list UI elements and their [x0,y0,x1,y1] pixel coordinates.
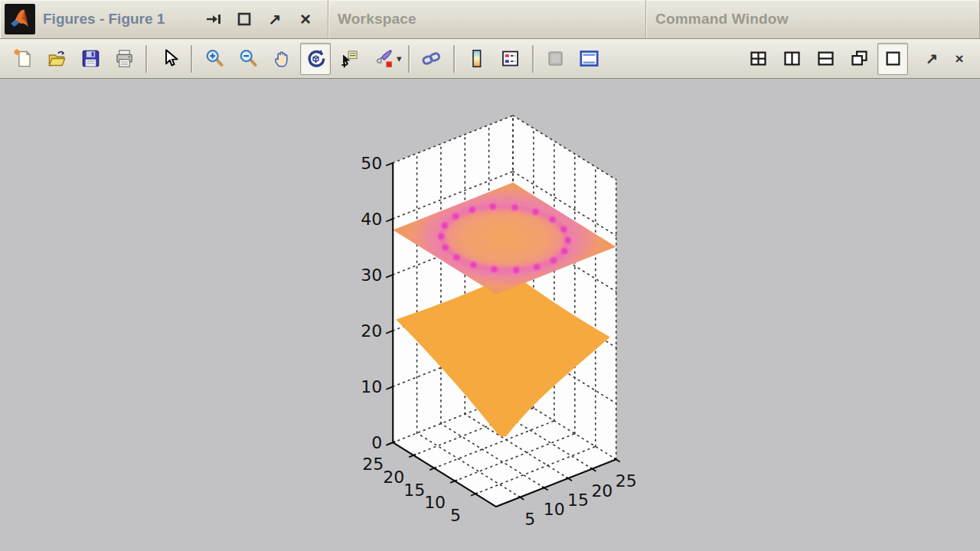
brush-dropdown-icon[interactable]: ▾ [397,53,402,64]
undock-icon[interactable]: ↗ [265,9,285,29]
y-tick-label: 15 [403,481,425,500]
toolbar-disabled-button [541,43,571,75]
x-tick-label: 10 [544,500,565,519]
close-toolbar-icon[interactable]: × [948,46,971,72]
data-cursor-button[interactable] [334,43,364,75]
zoom-out-icon [238,48,259,69]
plane-ring-dot [492,266,498,272]
layout-maximized-icon [883,48,903,69]
hide-plot-tools-button[interactable] [574,43,605,75]
new-figure-button[interactable] [8,43,38,75]
command-window-panel-header[interactable]: Command Window [646,0,980,38]
close-window-icon[interactable]: × [296,9,315,29]
x-tick-label: 15 [567,491,589,510]
workspace-panel-header[interactable]: Workspace [328,0,646,38]
zoom-in-icon [204,48,225,69]
new-figure-icon [13,48,34,69]
edit-plot-icon [159,48,180,69]
link-plot-icon [421,48,442,69]
toolbar-separator [145,45,148,73]
layout-left-right-button[interactable] [776,43,807,75]
z-tick-label: 10 [361,377,382,396]
insert-colorbar-button[interactable] [462,43,492,75]
y-tick-label: 10 [424,493,446,512]
tick-mark [386,219,393,222]
layout-top-bottom-button[interactable] [810,43,841,75]
save-figure-button[interactable] [75,43,106,75]
open-file-button[interactable] [41,43,72,75]
print-figure-icon [114,48,135,69]
toolbar-separator [532,45,534,73]
z-tick-label: 30 [361,266,382,285]
rotate-3d-icon [305,48,326,69]
y-tick-label: 5 [450,506,461,525]
plane-ring-dot [443,244,449,250]
toolbar-separator [191,45,193,73]
toolbar-disabled-icon [545,48,566,69]
y-tick-label: 25 [362,455,384,474]
plane-ring-dot [469,207,475,213]
hide-plot-tools-icon [579,48,599,69]
plane-ring-dot [452,214,459,220]
plane-ring-dot [561,248,567,254]
tick-mark [386,163,393,166]
save-figure-icon [80,48,101,69]
z-tick-label: 40 [361,210,382,229]
workspace-panel-title: Workspace [328,11,416,28]
open-file-icon [47,48,67,69]
figure-axes-3d[interactable]: 01020304050510152025510152025 [0,80,980,551]
plane-ring-dot [534,264,540,270]
insert-legend-button[interactable] [495,43,526,75]
plane-ring-dot [438,233,444,240]
brush-data-icon [373,48,394,69]
plane-ring-dot [532,209,538,215]
tick-mark [386,331,393,334]
plane-ring-dot [511,204,518,210]
maximize-icon[interactable] [234,9,254,29]
zoom-in-button[interactable] [199,43,230,75]
layout-grid-icon [748,48,769,69]
undock-toolbar-icon[interactable]: ↗ [920,46,943,72]
toolbar-separator [408,45,410,73]
rotate-3d-button[interactable] [300,43,331,75]
edit-plot-button[interactable] [154,43,185,75]
x-tick-label: 20 [591,481,612,500]
plane-ring-dot [560,227,567,233]
toolbar-corner-controls: ↗× [920,46,971,72]
y-tick-label: 20 [383,468,404,487]
zoom-out-button[interactable] [233,43,263,75]
x-tick-label: 5 [524,510,535,529]
layout-maximized-button[interactable] [877,43,908,75]
z-tick-label: 20 [361,321,382,341]
brush-data-button[interactable] [368,43,398,75]
pan-button[interactable] [266,43,297,75]
figure-toolbar: ▾↗× [0,39,980,79]
pan-icon [272,48,292,69]
layout-float-button[interactable] [844,43,874,75]
dock-figure-icon[interactable] [204,9,224,29]
tick-mark [386,275,393,278]
print-figure-button[interactable] [109,43,139,75]
link-plot-button[interactable] [416,43,447,75]
insert-colorbar-icon [466,48,487,69]
insert-legend-icon [500,48,521,69]
command-window-panel-title: Command Window [646,11,789,28]
figures-panel-header[interactable]: Figures - Figure 1 ↗ × [0,0,328,38]
window-title: Figures - Figure 1 [43,11,165,28]
layout-grid-button[interactable] [743,43,773,75]
x-tick-label: 25 [616,471,637,491]
layout-left-right-icon [782,48,802,69]
toolbar-separator [453,45,456,73]
plane-ring-dot [550,257,557,263]
plane-ring-dot [565,237,571,243]
figure-canvas: 01020304050510152025510152025 [0,80,980,551]
plane-ring-dot [490,204,496,210]
layout-top-bottom-icon [815,48,836,69]
layout-float-icon [849,48,870,69]
plane-ring-dot [470,262,476,268]
window-controls: ↗ × [204,9,315,29]
title-bar: Figures - Figure 1 ↗ × Workspace Command… [0,0,980,39]
plane-ring-dot [442,223,448,229]
window-layout-group [741,43,910,75]
plane-ring-dot [453,254,459,260]
